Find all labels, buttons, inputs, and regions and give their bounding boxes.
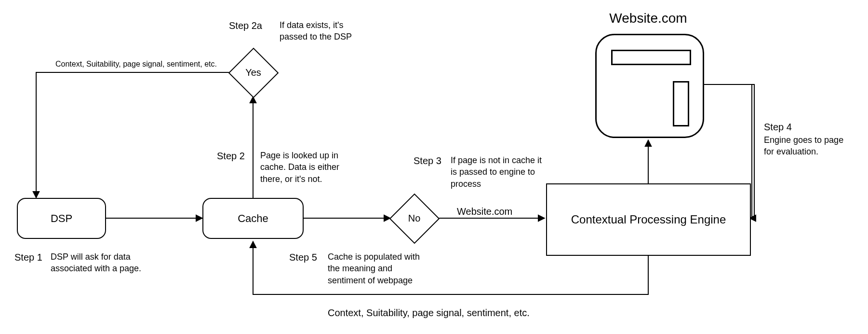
step3-title: Step 3 [414,154,441,167]
step4-desc: Engine goes to page for evaluation. [764,134,855,158]
no-decision: No [391,195,437,241]
edge-label-context-top: Context, Suitability, page signal, senti… [55,59,239,70]
engine-label: Contextual Processing Engine [571,213,726,226]
edge-label-website: Website.com [457,205,529,218]
step5-desc: Cache is populated with the meaning and … [328,251,424,286]
dsp-node: DSP [17,198,106,239]
no-label: No [408,213,421,224]
website-header-icon [611,50,691,65]
step1-title: Step 1 [14,251,42,264]
step2a-title: Step 2a [229,19,262,32]
step5-title: Step 5 [289,251,317,264]
engine-node: Contextual Processing Engine [546,183,751,256]
step4-title: Step 4 [764,121,792,134]
step2-desc: Page is looked up in cache. Data is eith… [260,150,357,185]
diagram-canvas: DSP Cache Yes No Contextual Processing E… [0,0,868,334]
edge-label-context-bottom: Context, Suitability, page signal, senti… [328,306,569,320]
yes-label: Yes [245,67,261,78]
yes-decision: Yes [230,50,276,96]
step1-desc: DSP will ask for data associated with a … [51,251,147,275]
cache-label: Cache [238,212,268,225]
website-icon [595,34,704,138]
website-sidebar-icon [673,81,689,126]
step3-desc: If page is not in cache it is passed to … [451,154,542,190]
step2a-desc: If data exists, it's passed to the DSP [280,19,371,43]
dsp-label: DSP [51,212,72,225]
step2-title: Step 2 [217,150,245,163]
cache-node: Cache [202,198,304,239]
website-title: Website.com [602,11,694,26]
